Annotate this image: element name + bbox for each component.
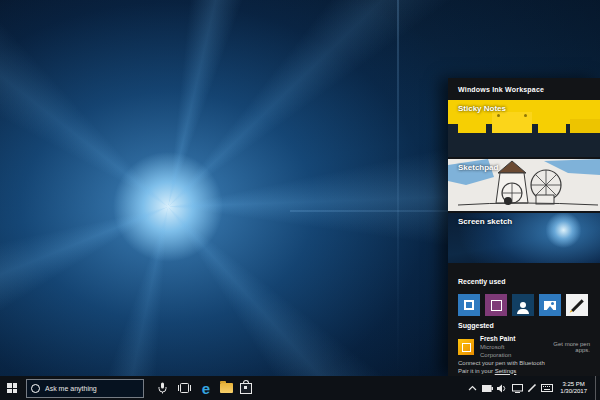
- network-icon: [512, 384, 523, 393]
- search-placeholder: Ask me anything: [45, 385, 97, 392]
- settings-link[interactable]: Settings: [495, 368, 517, 374]
- windows-logo-icon: [7, 383, 17, 393]
- screen-sketch-label: Screen sketch: [458, 217, 512, 226]
- edge-browser-button[interactable]: e: [194, 376, 214, 400]
- microphone-icon: [158, 382, 167, 394]
- recent-app-onenote-2016[interactable]: [485, 294, 507, 316]
- pen-pairing-footer: Connect your pen with Bluetooth Pair it …: [458, 360, 545, 375]
- pen-bluetooth-text: Connect your pen with Bluetooth: [458, 360, 545, 368]
- battery-status[interactable]: [481, 376, 493, 400]
- ink-workspace-title: Windows Ink Workspace: [458, 86, 544, 93]
- suggested-app-text: Fresh Paint Microsoft Corporation: [480, 335, 537, 359]
- sticky-note-shape: [458, 123, 486, 133]
- suggested-heading: Suggested: [458, 322, 494, 329]
- edge-icon: e: [202, 381, 210, 396]
- touch-keyboard-button[interactable]: [541, 376, 553, 400]
- cortana-icon: [31, 384, 40, 393]
- pen-icon: [527, 383, 537, 393]
- recently-used-heading: Recently used: [458, 278, 505, 285]
- sticky-notes-label: Sticky Notes: [458, 104, 506, 113]
- tray-overflow-button[interactable]: [466, 376, 478, 400]
- clock-date: 1/30/2017: [560, 388, 587, 395]
- onenote-icon: [464, 300, 474, 310]
- suggested-app-name: Fresh Paint: [480, 335, 537, 343]
- desktop: Windows Ink Workspace Sticky Notes: [0, 0, 600, 400]
- show-desktop-button[interactable]: [595, 376, 600, 400]
- recently-used-row: [458, 294, 588, 316]
- ink-workspace-button[interactable]: [526, 376, 538, 400]
- get-more-pen-apps-link[interactable]: Get more pen apps.: [537, 341, 590, 353]
- chevron-up-icon: [468, 385, 477, 391]
- network-status[interactable]: [511, 376, 523, 400]
- pen-app-icon: [571, 299, 583, 311]
- sketchpad-label: Sketchpad: [458, 163, 498, 172]
- sticky-note-shape: [570, 119, 600, 133]
- microphone-button[interactable]: [152, 376, 172, 400]
- taskbar-clock[interactable]: 3:25 PM 1/30/2017: [560, 381, 587, 395]
- task-view-icon: [178, 383, 191, 393]
- suggested-app-publisher: Microsoft Corporation: [480, 343, 537, 359]
- sketch-app-icon: [520, 302, 526, 308]
- search-input[interactable]: Ask me anything: [26, 379, 144, 398]
- recent-app-fresh-paint[interactable]: [566, 294, 588, 316]
- start-button[interactable]: [0, 376, 24, 400]
- sketchpad-tile[interactable]: Sketchpad: [448, 159, 600, 211]
- speaker-icon: [497, 384, 507, 393]
- battery-icon: [482, 385, 493, 392]
- task-view-button[interactable]: [174, 376, 194, 400]
- store-icon: [240, 383, 252, 394]
- sticky-note-pin: [524, 114, 527, 117]
- recent-app-onenote[interactable]: [458, 294, 480, 316]
- file-explorer-button[interactable]: [214, 376, 234, 400]
- keyboard-icon: [541, 384, 553, 392]
- ink-workspace-panel: Windows Ink Workspace Sticky Notes: [448, 78, 600, 376]
- clock-time: 3:25 PM: [560, 381, 587, 388]
- sticky-notes-tile[interactable]: Sticky Notes: [448, 100, 600, 157]
- photos-icon: [544, 301, 556, 310]
- suggested-app-row[interactable]: Fresh Paint Microsoft Corporation Get mo…: [458, 335, 590, 359]
- onenote-2016-icon: [491, 300, 502, 311]
- recent-app-sketch[interactable]: [512, 294, 534, 316]
- pen-settings-text: Pair it in your Settings: [458, 368, 545, 376]
- file-explorer-icon: [220, 383, 233, 393]
- volume-status[interactable]: [496, 376, 508, 400]
- recent-app-photos[interactable]: [539, 294, 561, 316]
- store-button[interactable]: [234, 376, 254, 400]
- taskbar: Ask me anything e: [0, 376, 600, 400]
- system-tray: 3:25 PM 1/30/2017: [466, 376, 600, 400]
- sticky-note-shape: [538, 121, 566, 133]
- sticky-note-pin: [497, 114, 500, 117]
- screen-sketch-tile[interactable]: Screen sketch: [448, 213, 600, 263]
- fresh-paint-icon: [458, 339, 474, 355]
